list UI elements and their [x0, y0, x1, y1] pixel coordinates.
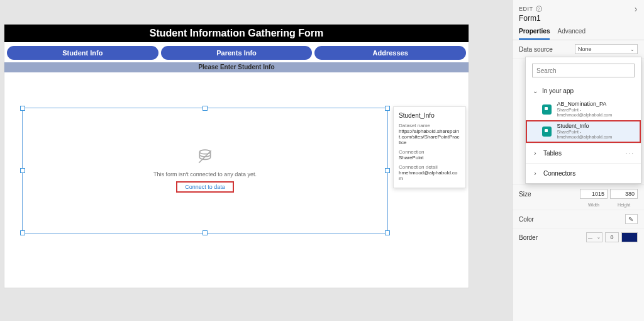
chevron-down-icon: ⌄ [597, 235, 601, 240]
chevron-down-icon: ⌄ [630, 47, 635, 52]
datasource-item-selected[interactable]: Student_Info SharePoint - hmehmood@alpha… [526, 120, 641, 142]
border-row: Border — ⌄ 0 [513, 228, 644, 246]
sharepoint-icon [542, 104, 552, 115]
sharepoint-icon [542, 127, 552, 137]
connectors-label: Connectors [543, 170, 575, 177]
resize-handle[interactable] [385, 106, 390, 111]
more-icon[interactable]: ··· [626, 150, 635, 157]
app-title-bar: Student Information Gathering Form [4, 25, 469, 42]
collapse-panel-icon[interactable]: › [635, 4, 638, 14]
datasource-sub: SharePoint - hmehmood@alphabold.com [557, 108, 635, 117]
width-label: Width [580, 203, 608, 207]
resize-handle[interactable] [20, 230, 25, 235]
size-row: Size 1015 380 [513, 184, 644, 203]
datasource-sub: SharePoint - hmehmood@alphabold.com [557, 130, 635, 139]
border-style-select[interactable]: — ⌄ [586, 232, 602, 242]
border-width-input[interactable]: 0 [605, 232, 619, 242]
color-picker[interactable]: ✎ [625, 214, 638, 224]
connectors-row[interactable]: › Connectors [526, 163, 641, 183]
data-source-row: Data source None ⌄ [513, 40, 644, 59]
resize-handle[interactable] [385, 230, 390, 235]
tooltip-label: Dataset name [399, 123, 460, 128]
properties-panel: EDIT ? › Form1 Properties Advanced Data … [512, 0, 644, 321]
resize-handle[interactable] [385, 168, 390, 173]
tab-student-info[interactable]: Student Info [7, 46, 158, 60]
tooltip-label: Connection [399, 149, 460, 155]
color-row: Color ✎ [513, 210, 644, 228]
resize-handle[interactable] [20, 168, 25, 173]
border-color-swatch[interactable] [621, 232, 638, 242]
tooltip-title: Student_Info [399, 112, 460, 119]
form-empty-text: This form isn't connected to any data ye… [153, 171, 257, 177]
data-source-select[interactable]: None ⌄ [575, 44, 638, 54]
app-canvas: Student Information Gathering Form Stude… [4, 24, 469, 288]
data-source-label: Data source [519, 46, 575, 53]
chevron-right-icon: › [532, 170, 538, 177]
tab-addresses[interactable]: Addresses [314, 46, 466, 60]
resize-handle[interactable] [203, 106, 208, 111]
size-width-input[interactable]: 1015 [580, 189, 608, 199]
tables-label: Tables [543, 150, 562, 157]
svg-line-1 [199, 150, 211, 163]
data-source-popup: ⌄ In your app AB_Nomination_PA SharePoin… [525, 57, 641, 184]
border-line-icon: — [588, 235, 592, 240]
connect-to-data-link[interactable]: Connect to data [176, 181, 234, 193]
tooltip-value: https://alphabold.sharepoint.com/sites/S… [399, 128, 460, 145]
datasource-tooltip: Student_Info Dataset name https://alphab… [393, 106, 466, 188]
panel-header: EDIT ? › [513, 0, 644, 14]
height-label: Height [610, 203, 638, 207]
tooltip-label: Connection detail [399, 164, 460, 170]
data-source-value: None [578, 46, 592, 52]
canvas-area: Student Information Gathering Form Stude… [0, 0, 512, 321]
tabs-row: Student Info Parents Info Addresses [4, 42, 469, 62]
tooltip-value: hmehmood@alphabold.com [399, 170, 460, 181]
form1-control[interactable]: This form isn't connected to any data ye… [22, 108, 388, 234]
size-height-input[interactable]: 380 [610, 189, 638, 199]
datasource-name: AB_Nomination_PA [557, 101, 635, 108]
tab-advanced[interactable]: Advanced [557, 25, 585, 40]
size-sublabels: Width Height [513, 203, 644, 210]
resize-handle[interactable] [203, 230, 208, 235]
data-source-search-input[interactable] [532, 64, 635, 77]
in-your-app-label: In your app [542, 87, 574, 94]
tooltip-value: SharePoint [399, 155, 460, 160]
tables-row[interactable]: › Tables ··· [526, 143, 641, 163]
edit-label: EDIT [519, 6, 533, 12]
element-name: Form1 [513, 14, 644, 25]
sub-bar: Please Enter Student Info [4, 62, 469, 72]
database-icon [197, 149, 213, 165]
size-label: Size [519, 191, 577, 198]
panel-tabs: Properties Advanced [513, 25, 644, 40]
edit-icon: ✎ [628, 216, 633, 223]
in-your-app-section[interactable]: ⌄ In your app [526, 84, 641, 98]
datasource-name: Student_Info [557, 123, 635, 130]
chevron-right-icon: › [532, 150, 538, 157]
tab-properties[interactable]: Properties [519, 25, 550, 40]
datasource-item[interactable]: AB_Nomination_PA SharePoint - hmehmood@a… [526, 98, 641, 120]
color-label: Color [519, 216, 625, 223]
help-icon[interactable]: ? [536, 6, 542, 12]
resize-handle[interactable] [20, 106, 25, 111]
tab-parents-info[interactable]: Parents Info [161, 46, 313, 60]
chevron-down-icon: ⌄ [532, 87, 538, 94]
border-label: Border [519, 234, 586, 241]
